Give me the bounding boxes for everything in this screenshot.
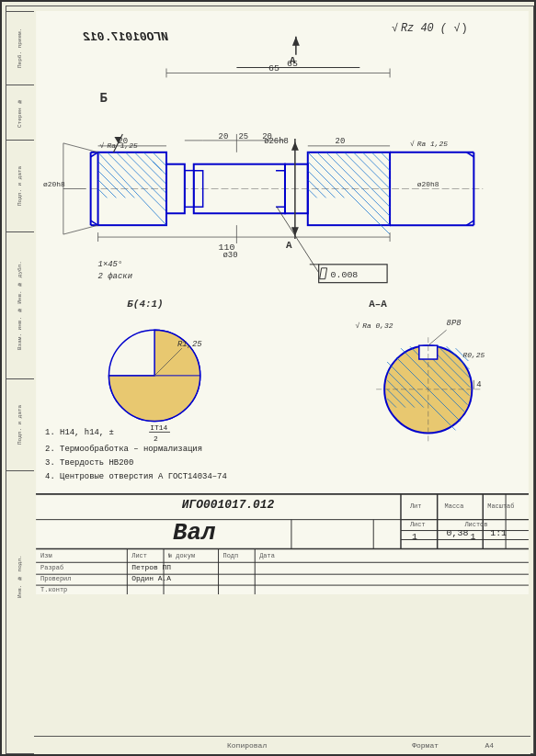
- strip-section-3: Подп. и дата: [6, 140, 34, 231]
- svg-rect-25: [166, 164, 185, 214]
- svg-text:1: 1: [412, 532, 417, 542]
- svg-text:А–А: А–А: [369, 299, 387, 310]
- svg-text:Изм: Изм: [40, 552, 52, 559]
- format-value: А4: [485, 741, 494, 750]
- svg-text:Масса: Масса: [445, 502, 464, 510]
- svg-text:Листов: Листов: [464, 521, 487, 528]
- svg-text:Ra 1,25: Ra 1,25: [417, 140, 449, 148]
- svg-text:Лист: Лист: [410, 521, 426, 528]
- left-margin-strips: Перб. прием. Стерен № Подп. и дата Взам.…: [6, 11, 34, 682]
- svg-text:0.008: 0.008: [331, 270, 359, 280]
- svg-text:ø20h8: ø20h8: [43, 180, 65, 188]
- svg-text:65: 65: [268, 63, 279, 73]
- svg-text:8Р8: 8Р8: [447, 319, 462, 328]
- svg-text:Дата: Дата: [259, 552, 275, 559]
- svg-text:√: √: [355, 322, 359, 330]
- svg-text:Лит: Лит: [410, 502, 422, 510]
- svg-text:√: √: [392, 22, 398, 35]
- svg-text:IT14: IT14: [150, 423, 167, 432]
- strip-section-4: Взам. инв. № Инв. № дубл.: [6, 231, 34, 378]
- svg-text:√: √: [100, 141, 105, 150]
- svg-text:Ордин А.А: Ордин А.А: [131, 574, 171, 582]
- svg-text:Б(4:1): Б(4:1): [127, 299, 163, 310]
- svg-text:2 фаски: 2 фаски: [98, 272, 132, 281]
- svg-text:R0,25: R0,25: [462, 351, 485, 359]
- copy-label: Копировал: [227, 741, 267, 750]
- svg-text:ø20h8: ø20h8: [417, 180, 439, 188]
- format-label: Формат: [412, 741, 439, 750]
- svg-text:√: √: [410, 140, 415, 148]
- svg-text:20: 20: [262, 132, 272, 141]
- svg-text:R1,25: R1,25: [177, 340, 202, 349]
- svg-text:ИГО01017.012: ИГО01017.012: [83, 30, 168, 44]
- svg-text:65: 65: [287, 59, 298, 69]
- svg-text:№ докум: № докум: [168, 552, 195, 559]
- page: Перб. прием. Стерен № Подп. и дата Взам.…: [0, 0, 536, 756]
- svg-text:1×45°: 1×45°: [98, 260, 123, 269]
- svg-text:Б: Б: [100, 91, 108, 106]
- svg-text:Проверил: Проверил: [40, 575, 71, 582]
- svg-text:4: 4: [476, 380, 481, 389]
- svg-text:Подп: Подп: [223, 552, 239, 559]
- svg-text:20: 20: [219, 132, 229, 141]
- svg-text:Разраб: Разраб: [40, 564, 63, 571]
- svg-text:2.  Термообработка – нормализа: 2. Термообработка – нормализация: [45, 445, 202, 454]
- bottom-bar: Копировал Формат А4: [34, 736, 530, 754]
- svg-text:1.  Н14, h14, ±: 1. Н14, h14, ±: [45, 428, 114, 437]
- svg-text:25: 25: [238, 132, 248, 141]
- svg-text:ИГО001017.012: ИГО001017.012: [182, 498, 275, 512]
- svg-text:Rz 40 (: Rz 40 (: [401, 22, 447, 35]
- svg-text:110: 110: [219, 243, 235, 253]
- technical-drawing-svg: ИГО01017.012 √ Rz 40 ( √ ) А 65: [34, 11, 530, 594]
- svg-text:Т.контр: Т.контр: [40, 586, 67, 593]
- strip-section-5: Подп. и дата: [6, 378, 34, 470]
- svg-text:Ra 0,32: Ra 0,32: [362, 322, 393, 330]
- strip-section-1: Перб. прием.: [6, 11, 34, 85]
- svg-text:1:1: 1:1: [490, 528, 507, 538]
- svg-text:А: А: [286, 240, 292, 251]
- svg-text:Петров ПП: Петров ПП: [131, 563, 171, 571]
- svg-text:4.  Центровые отверстия А ГОСТ: 4. Центровые отверстия А ГОСТ14034–74: [45, 472, 227, 481]
- svg-text:1: 1: [470, 532, 475, 542]
- svg-text:√: √: [454, 22, 461, 35]
- svg-text:20: 20: [336, 137, 346, 146]
- svg-text:Масштаб: Масштаб: [487, 502, 514, 510]
- svg-text:Ra 1,25: Ra 1,25: [108, 141, 139, 150]
- drawing-area: ИГО01017.012 √ Rz 40 ( √ ) А 65: [34, 11, 530, 682]
- svg-text:): ): [461, 22, 467, 35]
- svg-text:3.  Твердость НВ200: 3. Твердость НВ200: [45, 458, 133, 468]
- strip-section-2: Стерен №: [6, 85, 34, 140]
- svg-text:0,38: 0,38: [447, 528, 469, 538]
- svg-text:Вал: Вал: [173, 520, 216, 547]
- svg-text:2: 2: [154, 434, 158, 443]
- strip-section-6: Инв. № подл.: [6, 470, 34, 682]
- svg-text:Лист: Лист: [131, 552, 147, 559]
